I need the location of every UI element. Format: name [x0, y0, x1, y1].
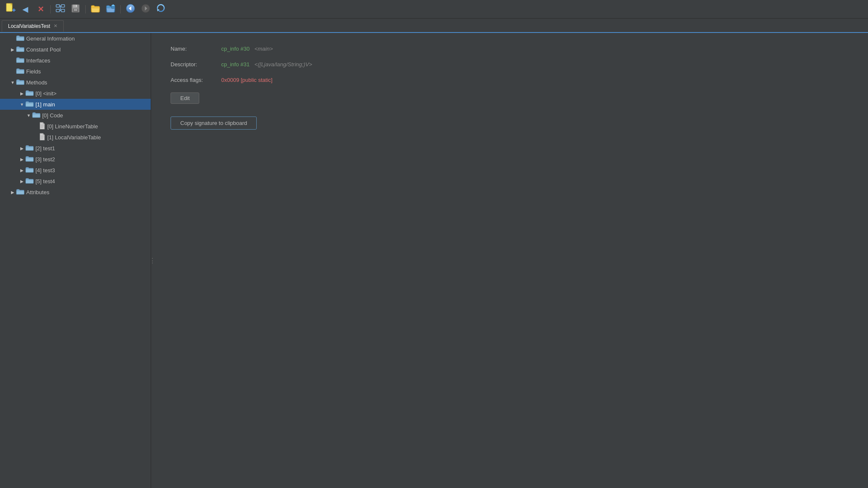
- tab-close-button[interactable]: ✕: [54, 23, 57, 29]
- file-icon: [39, 122, 47, 131]
- svg-rect-15: [74, 9, 77, 11]
- sidebar-item-label-methods: Methods: [26, 79, 47, 86]
- structure-icon: [55, 4, 65, 15]
- toolbar: ◀ ✕: [0, 0, 868, 19]
- sidebar-item-methods-test3[interactable]: ▶ [4] test3: [0, 165, 151, 176]
- sidebar-item-general-info[interactable]: General Information: [0, 33, 151, 44]
- open-directory-button[interactable]: [104, 3, 117, 16]
- sidebar-item-constant-pool[interactable]: ▶ Constant Pool: [0, 44, 151, 55]
- expand-arrow-fields: [9, 68, 16, 75]
- folder-icon: [16, 188, 26, 196]
- sidebar-item-fields[interactable]: Fields: [0, 66, 151, 77]
- expand-arrow-methods-main-code: ▼: [25, 112, 32, 119]
- toolbar-separator-2: [85, 5, 86, 14]
- sidebar-item-methods-main-code-lnt[interactable]: [0] LineNumberTable: [0, 121, 151, 132]
- sidebar-item-label-methods-main-code-lvt: [1] LocalVariableTable: [47, 134, 101, 141]
- folder-icon: [16, 68, 26, 76]
- sidebar-item-methods-main-code-lvt[interactable]: [1] LocalVariableTable: [0, 132, 151, 143]
- new-file-icon: [5, 3, 16, 16]
- expand-arrow-methods: ▼: [9, 79, 16, 86]
- sidebar-item-label-interfaces: Interfaces: [26, 57, 50, 64]
- expand-arrow-methods-init: ▶: [19, 90, 25, 97]
- structure-button[interactable]: [54, 3, 67, 16]
- toolbar-separator-3: [120, 5, 121, 14]
- tabbar: LocalVariablesTest ✕: [0, 19, 868, 33]
- sidebar-item-label-fields: Fields: [26, 68, 41, 75]
- expand-arrow-general-info: [9, 35, 16, 42]
- sidebar-item-methods-main-code[interactable]: ▼ [0] Code: [0, 110, 151, 121]
- expand-arrow-methods-test4: ▶: [19, 178, 25, 184]
- svg-rect-6: [61, 5, 65, 7]
- expand-arrow-methods-test2: ▶: [19, 156, 25, 163]
- svg-rect-4: [14, 8, 14, 12]
- descriptor-value: cp_info #31 <([Ljava/lang/String;)V>: [221, 61, 312, 68]
- svg-rect-16: [76, 5, 77, 7]
- sidebar-item-label-methods-main: [1] main: [35, 101, 55, 108]
- folder-icon: [25, 89, 35, 98]
- tab-label: LocalVariablesTest: [8, 23, 50, 29]
- folder-icon: [25, 166, 35, 174]
- navigate-back-button[interactable]: ◀: [19, 3, 32, 16]
- sidebar-item-label-attributes: Attributes: [26, 189, 49, 195]
- save-icon: [71, 4, 80, 15]
- open-directory-icon: [106, 4, 116, 14]
- descriptor-label: Descriptor:: [171, 61, 221, 68]
- sidebar-item-methods[interactable]: ▼ Methods: [0, 77, 151, 88]
- descriptor-cp-link[interactable]: cp_info #31: [221, 61, 250, 68]
- name-cp-hint: <main>: [255, 46, 273, 52]
- folder-icon: [16, 57, 26, 65]
- descriptor-cp-hint: <([Ljava/lang/String;)V>: [255, 61, 312, 68]
- svg-rect-7: [56, 9, 60, 12]
- sidebar-item-attributes[interactable]: ▶ Attributes: [0, 187, 151, 198]
- close-icon: ✕: [38, 5, 44, 14]
- expand-arrow-attributes: ▶: [9, 189, 16, 195]
- sidebar-item-label-general-info: General Information: [26, 35, 75, 42]
- reload-icon: [155, 4, 166, 15]
- access-flags-row: Access flags: 0x0009 [public static]: [171, 77, 851, 83]
- forward-button[interactable]: [139, 3, 152, 16]
- sidebar-item-label-methods-test4: [5] test4: [35, 178, 55, 184]
- sidebar-item-label-methods-main-code-lnt: [0] LineNumberTable: [47, 123, 98, 130]
- navigate-back-icon: ◀: [22, 5, 28, 14]
- expand-arrow-methods-test3: ▶: [19, 167, 25, 174]
- close-tab-button[interactable]: ✕: [34, 3, 47, 16]
- content-panel: Name: cp_info #30 <main> Descriptor: cp_…: [154, 33, 868, 488]
- sidebar-item-label-methods-test1: [2] test1: [35, 145, 55, 152]
- sidebar-item-methods-init[interactable]: ▶ [0] <init>: [0, 88, 151, 99]
- folder-icon: [32, 111, 42, 119]
- reload-button[interactable]: [154, 3, 168, 16]
- sidebar-item-methods-test4[interactable]: ▶ [5] test4: [0, 176, 151, 187]
- sidebar-item-label-methods-init: [0] <init>: [35, 90, 57, 97]
- new-file-button[interactable]: [3, 3, 17, 16]
- sidebar-item-interfaces[interactable]: Interfaces: [0, 55, 151, 66]
- folder-icon: [25, 100, 35, 108]
- resize-handle[interactable]: [151, 33, 154, 488]
- open-file-button[interactable]: [89, 3, 102, 16]
- back-button[interactable]: [124, 3, 137, 16]
- expand-arrow-interfaces: [9, 57, 16, 64]
- folder-icon: [16, 79, 26, 87]
- save-button[interactable]: [69, 3, 82, 16]
- file-icon: [39, 133, 47, 142]
- main-tab[interactable]: LocalVariablesTest ✕: [2, 20, 64, 32]
- name-cp-link[interactable]: cp_info #30: [221, 46, 250, 52]
- sidebar-item-methods-main[interactable]: ▼ [1] main: [0, 99, 151, 110]
- sidebar: General Information▶ Constant Pool Inter…: [0, 33, 151, 488]
- folder-icon: [16, 35, 26, 43]
- expand-arrow-methods-test1: ▶: [19, 145, 25, 152]
- expand-arrow-methods-main-code-lnt: [32, 123, 39, 130]
- access-flags-label: Access flags:: [171, 77, 221, 83]
- sidebar-item-label-methods-test2: [3] test2: [35, 156, 55, 163]
- sidebar-item-methods-test1[interactable]: ▶ [2] test1: [0, 143, 151, 154]
- descriptor-row: Descriptor: cp_info #31 <([Ljava/lang/St…: [171, 61, 851, 68]
- open-file-icon: [90, 4, 100, 14]
- edit-button[interactable]: Edit: [171, 92, 199, 104]
- sidebar-item-methods-test2[interactable]: ▶ [3] test2: [0, 154, 151, 165]
- name-label: Name:: [171, 46, 221, 52]
- name-row: Name: cp_info #30 <main>: [171, 46, 851, 52]
- copy-signature-button[interactable]: Copy signature to clipboard: [171, 117, 257, 130]
- toolbar-separator-1: [50, 5, 51, 14]
- name-value: cp_info #30 <main>: [221, 46, 273, 52]
- back-icon: [125, 4, 136, 15]
- sidebar-item-label-constant-pool: Constant Pool: [26, 46, 61, 53]
